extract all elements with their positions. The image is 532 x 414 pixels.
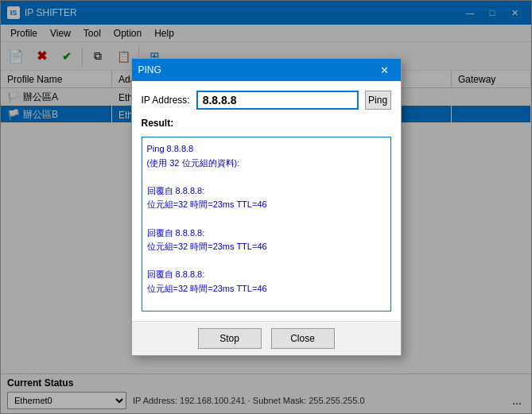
result-line: 回覆自 8.8.8.8:	[147, 226, 386, 241]
result-line: 回覆自 8.8.8.8:	[147, 184, 386, 199]
ip-address-row: IP Address: Ping	[142, 91, 391, 110]
dialog-title: PING	[138, 64, 161, 75]
result-line: 回覆自 8.8.8.8:	[147, 268, 386, 282]
ip-address-input[interactable]	[196, 91, 359, 110]
result-line: 回覆自 8.8.8.8:	[147, 310, 386, 311]
dialog-title-bar: PING ✕	[132, 59, 401, 81]
result-text-area[interactable]: Ping 8.8.8.8(使用 32 位元組的資料):回覆自 8.8.8.8:位…	[142, 137, 391, 311]
result-line: 位元組=32 時間=23ms TTL=46	[147, 198, 386, 212]
result-line: 位元組=32 時間=23ms TTL=46	[147, 240, 386, 254]
ping-button[interactable]: Ping	[365, 91, 391, 110]
result-line: (使用 32 位元組的資料):	[147, 157, 386, 171]
dialog-content: IP Address: Ping Result: Ping 8.8.8.8(使用…	[132, 81, 401, 321]
result-line: Ping 8.8.8.8	[147, 142, 386, 157]
dialog-footer: Stop Close	[132, 321, 401, 355]
main-window: IS IP SHIFTER — □ ✕ Profile View Tool Op…	[0, 0, 532, 414]
result-line: 位元組=32 時間=23ms TTL=46	[147, 282, 386, 296]
stop-button[interactable]: Stop	[198, 328, 262, 349]
close-button[interactable]: Close	[271, 328, 335, 349]
dialog-close-x-button[interactable]: ✕	[375, 62, 394, 78]
result-label: Result:	[142, 118, 391, 129]
ping-dialog: PING ✕ IP Address: Ping Result: Ping 8.8…	[131, 58, 402, 356]
ip-address-label: IP Address:	[142, 95, 190, 106]
dialog-overlay: PING ✕ IP Address: Ping Result: Ping 8.8…	[0, 0, 532, 414]
